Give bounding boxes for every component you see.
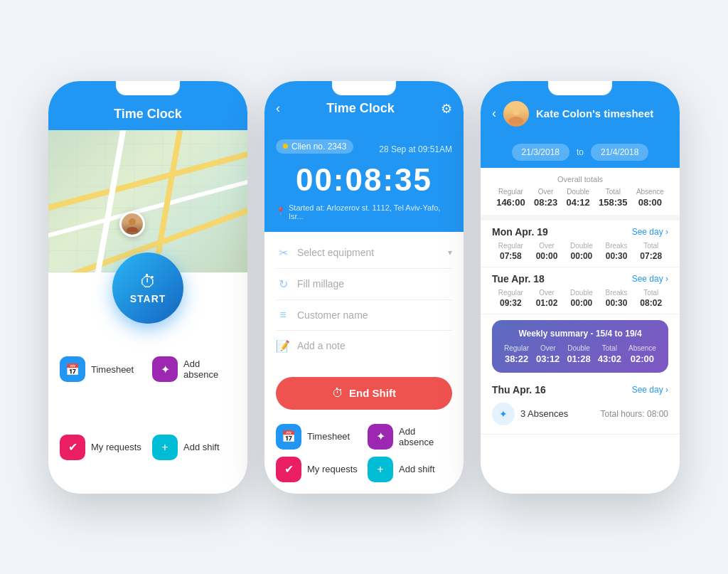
grid-item-add-absence-2[interactable]: ✦ Add absence bbox=[368, 424, 452, 450]
date-to[interactable]: 21/4/2018 bbox=[591, 144, 648, 161]
grid-item-add-absence[interactable]: ✦ Add absence bbox=[152, 335, 236, 405]
phone-3: ‹ Kate Colon's timesheet 21/3/2018 to 21… bbox=[481, 81, 680, 494]
date-from[interactable]: 21/3/2018 bbox=[512, 144, 569, 161]
map-view bbox=[48, 130, 247, 272]
day-section-thu: Thu Apr. 16 See day › ✦ 3 Absences Total… bbox=[481, 378, 680, 435]
map-road bbox=[48, 160, 247, 247]
grid-item-add-shift-2[interactable]: + Add shift bbox=[368, 457, 452, 482]
tue-double: Double 00:00 bbox=[570, 289, 593, 308]
grid-item-timesheet-2[interactable]: 📅 Timesheet bbox=[276, 424, 360, 450]
day-name-tue: Tue Apr. 18 bbox=[492, 273, 545, 285]
day-header-mon: Mon Apr. 19 See day › bbox=[492, 226, 668, 238]
timer-icon: ⏱ bbox=[139, 272, 156, 292]
day-section-tue: Tue Apr. 18 See day › Regular 09:32 Over… bbox=[481, 267, 680, 314]
start-button[interactable]: ⏱ START bbox=[112, 253, 183, 324]
weekly-regular: Regular 38:22 bbox=[504, 344, 529, 364]
mon-over: Over 00:00 bbox=[536, 242, 558, 261]
svg-point-1 bbox=[127, 227, 138, 232]
weekly-summary: Weekly summary - 15/4 to 19/4 Regular 38… bbox=[492, 320, 668, 373]
weekly-absence: Absence 02:00 bbox=[628, 344, 656, 364]
grid-item-my-requests[interactable]: ✔ My requests bbox=[60, 413, 144, 482]
day-cols-mon: Regular 07:58 Over 00:00 Double 00:00 Br… bbox=[492, 242, 668, 261]
equipment-icon: ✂ bbox=[276, 246, 290, 260]
millage-icon: ↻ bbox=[276, 277, 290, 291]
over-label: Over bbox=[538, 188, 554, 196]
fill-millage-label: Fill millage bbox=[297, 278, 344, 289]
add-shift-label-2: Add shift bbox=[399, 464, 435, 474]
weekly-over: Over 03:12 bbox=[536, 344, 560, 364]
regular-value: 146:00 bbox=[496, 197, 525, 208]
mon-regular: Regular 07:58 bbox=[498, 242, 523, 261]
total-over: Over 08:23 bbox=[534, 188, 557, 208]
kate-avatar bbox=[503, 101, 529, 127]
notch-3 bbox=[548, 81, 612, 95]
end-shift-label: End Shift bbox=[349, 387, 396, 399]
regular-label: Regular bbox=[498, 188, 523, 196]
tue-breaks: Breaks 00:30 bbox=[606, 289, 628, 308]
svg-point-2 bbox=[512, 107, 520, 115]
total-hours: Total hours: 08:00 bbox=[601, 409, 668, 419]
weekly-total: Total 43:02 bbox=[598, 344, 621, 364]
tue-total: Total 08:02 bbox=[640, 289, 662, 308]
my-requests-label: My requests bbox=[91, 442, 141, 452]
settings-icon[interactable]: ⚙ bbox=[441, 101, 452, 117]
add-absence-icon-2: ✦ bbox=[368, 424, 393, 450]
see-day-tue[interactable]: See day › bbox=[632, 274, 668, 284]
end-shift-button[interactable]: ⏱ End Shift bbox=[276, 377, 452, 410]
phone1-title: Time Clock bbox=[60, 107, 236, 122]
grid-item-add-shift[interactable]: + Add shift bbox=[152, 413, 236, 482]
grid-item-my-requests-2[interactable]: ✔ My requests bbox=[276, 457, 360, 482]
avatar bbox=[119, 211, 145, 237]
back-icon-3[interactable]: ‹ bbox=[492, 106, 496, 121]
client-dot bbox=[283, 144, 288, 149]
location-icon: 📍 bbox=[276, 207, 286, 216]
weekly-cols: Regular 38:22 Over 03:12 Double 01:28 To… bbox=[500, 344, 660, 364]
svg-point-0 bbox=[129, 218, 136, 225]
absence-icon: ✦ bbox=[492, 403, 515, 425]
select-equipment-label: Select equipment bbox=[297, 247, 374, 258]
back-icon[interactable]: ‹ bbox=[276, 101, 280, 116]
customer-name-label: Customer name bbox=[297, 309, 368, 321]
note-icon: 📝 bbox=[276, 339, 290, 353]
svg-point-3 bbox=[509, 117, 523, 124]
add-shift-icon: + bbox=[152, 435, 178, 460]
my-requests-label-2: My requests bbox=[307, 464, 358, 474]
phone-2: ‹ Time Clock ⚙ Clien no. 2343 28 Sep at … bbox=[264, 81, 464, 494]
notch-2 bbox=[332, 81, 396, 95]
mon-double: Double 00:00 bbox=[570, 242, 593, 261]
see-day-mon[interactable]: See day › bbox=[632, 227, 668, 237]
absence-label: Absence bbox=[636, 188, 664, 196]
notch-1 bbox=[116, 81, 180, 95]
day-header-thu: Thu Apr. 16 See day › bbox=[492, 384, 668, 395]
phone2-grid: 📅 Timesheet ✦ Add absence ✔ My requests … bbox=[264, 418, 464, 494]
my-requests-icon-2: ✔ bbox=[276, 457, 301, 482]
phone2-title: Time Clock bbox=[326, 101, 395, 116]
tue-regular: Regular 09:32 bbox=[498, 289, 523, 308]
total-double: Double 04:12 bbox=[567, 188, 590, 208]
add-absence-label-2: Add absence bbox=[399, 426, 452, 447]
divider-1 bbox=[481, 215, 680, 220]
phone3-title: Kate Colon's timesheet bbox=[536, 107, 668, 119]
tue-over: Over 01:02 bbox=[536, 289, 558, 308]
timesheet-label-2: Timesheet bbox=[307, 431, 350, 442]
select-equipment-row[interactable]: ✂ Select equipment ▾ bbox=[276, 238, 452, 269]
total-label: Total bbox=[606, 188, 621, 196]
day-name-mon: Mon Apr. 19 bbox=[492, 226, 548, 238]
total-total: Total 158:35 bbox=[599, 188, 627, 208]
customer-name-row[interactable]: ≡ Customer name bbox=[276, 300, 452, 331]
day-cols-tue: Regular 09:32 Over 01:02 Double 00:00 Br… bbox=[492, 289, 668, 308]
add-absence-label: Add absence bbox=[183, 358, 236, 380]
grid-item-timesheet[interactable]: 📅 Timesheet bbox=[60, 335, 144, 405]
client-badge: Clien no. 2343 bbox=[276, 139, 353, 154]
overall-title: Overall totals bbox=[492, 175, 668, 184]
fill-millage-row[interactable]: ↻ Fill millage bbox=[276, 269, 452, 300]
total-value: 158:35 bbox=[599, 197, 627, 208]
mon-breaks: Breaks 00:30 bbox=[606, 242, 628, 261]
add-note-row[interactable]: 📝 Add a note bbox=[276, 331, 452, 361]
total-absence: Absence 08:00 bbox=[636, 188, 664, 208]
double-value: 04:12 bbox=[567, 197, 590, 208]
see-day-thu[interactable]: See day › bbox=[632, 385, 668, 395]
scene: Time Clock ⏱ START bbox=[0, 53, 728, 522]
total-regular: Regular 146:00 bbox=[496, 188, 525, 208]
customer-icon: ≡ bbox=[276, 309, 290, 321]
